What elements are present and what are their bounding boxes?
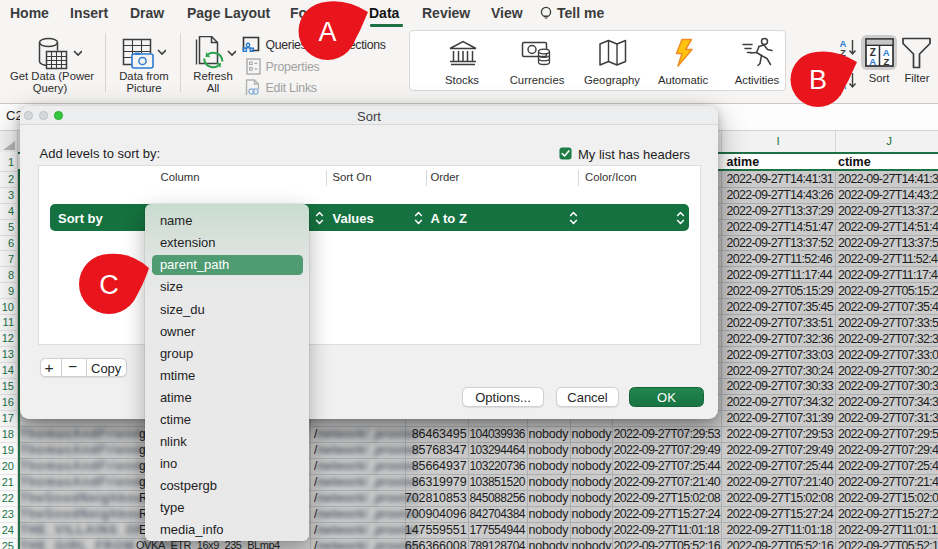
svg-text:Z: Z xyxy=(883,55,889,66)
svg-text:A: A xyxy=(869,55,876,66)
svg-text:Z: Z xyxy=(840,47,846,57)
svg-text:A: A xyxy=(840,80,847,90)
